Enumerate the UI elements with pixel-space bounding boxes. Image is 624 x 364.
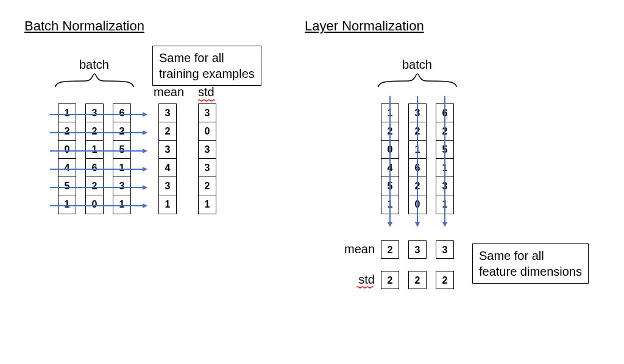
bn-note-line1: Same for all	[159, 50, 255, 66]
svg-marker-9	[143, 185, 147, 190]
bn-arrow-row-3	[50, 167, 147, 167]
cell: 2	[159, 122, 176, 141]
cell: 3	[436, 241, 453, 259]
ln-std-2: 2	[436, 271, 454, 289]
cell: 2	[199, 177, 216, 195]
bn-batch-col-0: 1 2 0 4 5 1	[58, 103, 76, 214]
ln-arrow-col-2	[442, 96, 443, 227]
ln-note-line1: Same for all	[479, 248, 582, 264]
svg-marker-15	[415, 222, 420, 227]
cell: 4	[159, 159, 176, 177]
ln-arrow-col-0	[388, 96, 388, 227]
ln-arrow-col-1	[415, 96, 416, 227]
bn-arrow-row-1	[50, 130, 147, 131]
cell: 1	[159, 195, 176, 214]
cell: 3	[409, 241, 426, 259]
bn-std-col: 3 0 3 3 2 1	[198, 103, 216, 214]
ln-mean-2: 3	[436, 240, 454, 259]
cell: 2	[381, 241, 399, 259]
ln-mean-0: 2	[381, 240, 399, 259]
bn-batch-col-1: 3 2 1 6 2 0	[85, 103, 104, 214]
bn-mean-col: 3 2 3 4 3 1	[158, 103, 177, 214]
cell: 2	[409, 271, 426, 290]
cell: 2	[381, 271, 399, 290]
svg-marker-3	[143, 130, 147, 135]
bn-std-underline-icon	[198, 99, 216, 101]
title-layer-norm: Layer Normalization	[305, 18, 424, 34]
svg-marker-5	[143, 149, 147, 153]
svg-marker-13	[388, 222, 392, 227]
title-batch-norm: Batch Normalization	[24, 18, 144, 34]
ln-std-1: 2	[408, 271, 427, 289]
svg-marker-1	[143, 112, 147, 117]
bn-note-box: Same for all training examples	[152, 46, 261, 86]
svg-marker-17	[442, 222, 447, 227]
bn-batch-label: batch	[79, 58, 109, 72]
ln-batch-label: batch	[402, 58, 432, 72]
bn-note-line2: training examples	[159, 66, 255, 82]
bn-batch-col-2: 6 2 5 1 3 1	[113, 103, 131, 214]
cell: 1	[199, 195, 216, 214]
cell: 3	[159, 104, 176, 122]
bn-std-label: std	[198, 85, 214, 99]
ln-note-box: Same for all feature dimensions	[472, 243, 589, 284]
cell: 3	[199, 104, 216, 122]
ln-brace-icon	[378, 73, 457, 88]
ln-std-underline-icon	[356, 286, 375, 288]
ln-mean-label: mean	[338, 242, 375, 256]
ln-std-label: std	[338, 273, 375, 287]
cell: 0	[199, 122, 216, 141]
svg-marker-11	[143, 203, 147, 208]
cell: 3	[159, 177, 176, 195]
bn-arrow-row-2	[50, 149, 147, 149]
cell: 3	[199, 141, 216, 159]
svg-marker-7	[143, 167, 147, 172]
bn-arrow-row-4	[50, 185, 147, 186]
ln-std-0: 2	[381, 271, 399, 289]
cell: 2	[436, 271, 453, 290]
bn-mean-label: mean	[154, 85, 184, 99]
cell: 3	[159, 141, 176, 159]
ln-mean-1: 3	[408, 240, 427, 259]
bn-brace-icon	[55, 73, 134, 88]
bn-arrow-row-5	[50, 203, 147, 204]
ln-note-line2: feature dimensions	[479, 264, 582, 279]
cell: 3	[199, 159, 216, 177]
bn-arrow-row-0	[50, 112, 147, 113]
